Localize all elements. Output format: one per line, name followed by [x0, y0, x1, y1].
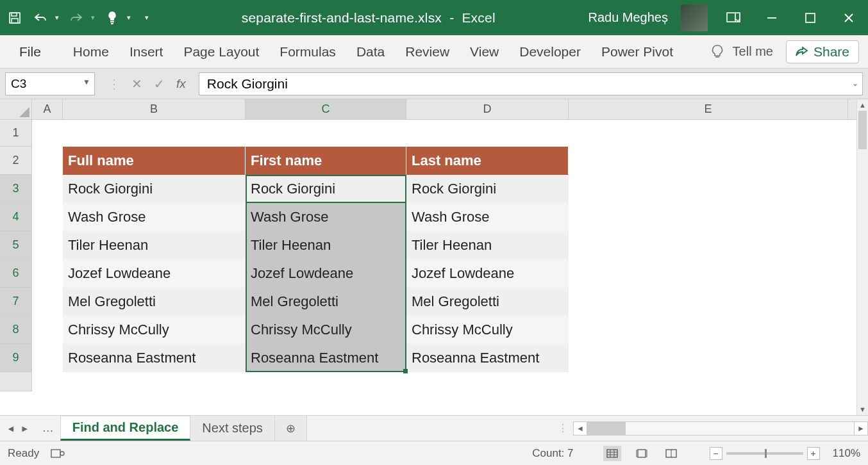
zoom-out-button[interactable]: −: [710, 447, 722, 460]
table-header[interactable]: First name: [246, 147, 406, 175]
table-cell[interactable]: Rock Giorgini: [246, 175, 406, 203]
close-icon[interactable]: [836, 5, 862, 31]
vertical-scrollbar[interactable]: ▲ ▼: [856, 99, 868, 415]
chevron-down-icon[interactable]: ▼: [83, 78, 90, 86]
table-cell[interactable]: Chrissy McCully: [406, 316, 569, 344]
scroll-left-icon[interactable]: ◄: [573, 421, 587, 436]
row-header-9[interactable]: 9: [0, 344, 32, 372]
spreadsheet-grid[interactable]: A B C D E 1 2 3 4 5 6 7 8 9 Full name Fi…: [0, 99, 868, 415]
col-header-C[interactable]: C: [246, 99, 406, 119]
lightbulb-dropdown-icon[interactable]: ▾: [127, 13, 131, 22]
table-cell[interactable]: Tiler Heenan: [406, 231, 569, 259]
col-header-D[interactable]: D: [406, 99, 569, 119]
table-cell[interactable]: Tiler Heenan: [63, 231, 246, 259]
col-header-E[interactable]: E: [569, 99, 848, 119]
share-button[interactable]: Share: [786, 40, 859, 63]
tab-formulas[interactable]: Formulas: [269, 35, 346, 69]
tab-data[interactable]: Data: [346, 35, 395, 69]
table-cell[interactable]: Roseanna Eastment: [63, 344, 246, 372]
tab-view[interactable]: View: [460, 35, 509, 69]
sheet-tab[interactable]: Next steps: [190, 416, 274, 441]
zoom-in-button[interactable]: +: [807, 447, 820, 460]
tellme-label[interactable]: Tell me: [733, 44, 773, 59]
table-cell[interactable]: Wash Grose: [406, 203, 569, 231]
lightbulb-icon[interactable]: [104, 10, 121, 26]
sheet-nav-next-icon[interactable]: ►: [21, 423, 29, 434]
enter-formula-icon[interactable]: ✓: [154, 76, 165, 92]
minimize-icon[interactable]: [759, 5, 785, 31]
hscroll-thumb[interactable]: [587, 422, 626, 435]
table-cell[interactable]: Roseanna Eastment: [406, 344, 569, 372]
sheet-nav-prev-icon[interactable]: ◄: [6, 423, 15, 434]
table-cell[interactable]: Chrissy McCully: [246, 316, 406, 344]
macro-record-icon[interactable]: [51, 448, 65, 459]
cells-area[interactable]: Full name First name Last name Rock Gior…: [32, 120, 856, 415]
col-header-A[interactable]: A: [32, 99, 63, 119]
sheet-overflow-icon[interactable]: …: [36, 416, 60, 441]
view-page-layout-icon[interactable]: [633, 446, 651, 461]
cancel-formula-icon[interactable]: ✕: [131, 76, 142, 92]
scroll-right-icon[interactable]: ►: [854, 421, 868, 436]
horizontal-scrollbar[interactable]: ◄ ►: [573, 416, 868, 441]
redo-dropdown-icon[interactable]: ▾: [91, 13, 95, 22]
zoom-control[interactable]: − + 110%: [710, 447, 860, 460]
undo-icon[interactable]: [32, 10, 49, 26]
qat-customize-icon[interactable]: ▾: [145, 13, 149, 22]
ribbon-options-icon[interactable]: [721, 5, 746, 31]
row-header-2[interactable]: 2: [0, 147, 32, 175]
sheet-tab-active[interactable]: Find and Replace: [60, 416, 191, 441]
table-header[interactable]: Full name: [63, 147, 246, 175]
row-headers[interactable]: 1 2 3 4 5 6 7 8 9: [0, 120, 32, 391]
tab-review[interactable]: Review: [395, 35, 460, 69]
scroll-thumb[interactable]: [858, 111, 867, 149]
row-header-4[interactable]: 4: [0, 203, 32, 231]
table-cell[interactable]: Rock Giorgini: [63, 175, 246, 203]
redo-icon[interactable]: [68, 10, 85, 26]
add-sheet-button[interactable]: ⊕: [275, 416, 307, 441]
row-header-6[interactable]: 6: [0, 259, 32, 288]
table-cell[interactable]: Jozef Lowdeane: [246, 259, 406, 288]
table-cell[interactable]: Jozef Lowdeane: [406, 259, 569, 288]
table-cell[interactable]: Wash Grose: [246, 203, 406, 231]
row-header-3[interactable]: 3: [0, 175, 32, 203]
table-cell[interactable]: Jozef Lowdeane: [63, 259, 246, 288]
tab-developer[interactable]: Developer: [509, 35, 591, 69]
tellme-icon[interactable]: [710, 44, 725, 60]
table-cell[interactable]: Chrissy McCully: [63, 316, 246, 344]
zoom-level[interactable]: 110%: [833, 447, 860, 460]
row-header-8[interactable]: 8: [0, 316, 32, 344]
undo-dropdown-icon[interactable]: ▾: [55, 13, 59, 22]
select-all-corner[interactable]: [0, 99, 32, 120]
expand-formula-icon[interactable]: ⌄: [852, 79, 858, 88]
tab-split-handle[interactable]: ⋮: [553, 416, 573, 441]
scroll-up-icon[interactable]: ▲: [857, 99, 868, 111]
zoom-slider[interactable]: [726, 452, 803, 455]
tab-file[interactable]: File: [9, 35, 51, 69]
maximize-icon[interactable]: [797, 5, 823, 31]
scroll-down-icon[interactable]: ▼: [857, 404, 868, 415]
table-cell[interactable]: Mel Gregoletti: [63, 288, 246, 316]
avatar[interactable]: [681, 4, 708, 31]
tab-home[interactable]: Home: [63, 35, 119, 69]
table-cell[interactable]: Wash Grose: [63, 203, 246, 231]
table-header[interactable]: Last name: [406, 147, 569, 175]
column-headers[interactable]: A B C D E: [32, 99, 856, 120]
row-header-1[interactable]: 1: [0, 120, 32, 147]
name-box[interactable]: C3▼: [5, 72, 95, 95]
row-header-7[interactable]: 7: [0, 288, 32, 316]
save-icon[interactable]: [6, 10, 23, 26]
table-cell[interactable]: Rock Giorgini: [406, 175, 569, 203]
col-header-B[interactable]: B: [63, 99, 246, 119]
view-normal-icon[interactable]: [603, 446, 621, 461]
table-cell[interactable]: Mel Gregoletti: [406, 288, 569, 316]
view-page-break-icon[interactable]: [662, 446, 680, 461]
tab-power-pivot[interactable]: Power Pivot: [591, 35, 683, 69]
user-name[interactable]: Radu Megheș: [588, 10, 668, 25]
fx-icon[interactable]: fx: [176, 77, 186, 91]
row-header-10[interactable]: [0, 372, 32, 391]
formula-input[interactable]: Rock Giorgini ⌄: [199, 72, 863, 95]
row-header-5[interactable]: 5: [0, 231, 32, 259]
table-cell[interactable]: Tiler Heenan: [246, 231, 406, 259]
table-cell[interactable]: Roseanna Eastment: [246, 344, 406, 372]
tab-page-layout[interactable]: Page Layout: [173, 35, 269, 69]
